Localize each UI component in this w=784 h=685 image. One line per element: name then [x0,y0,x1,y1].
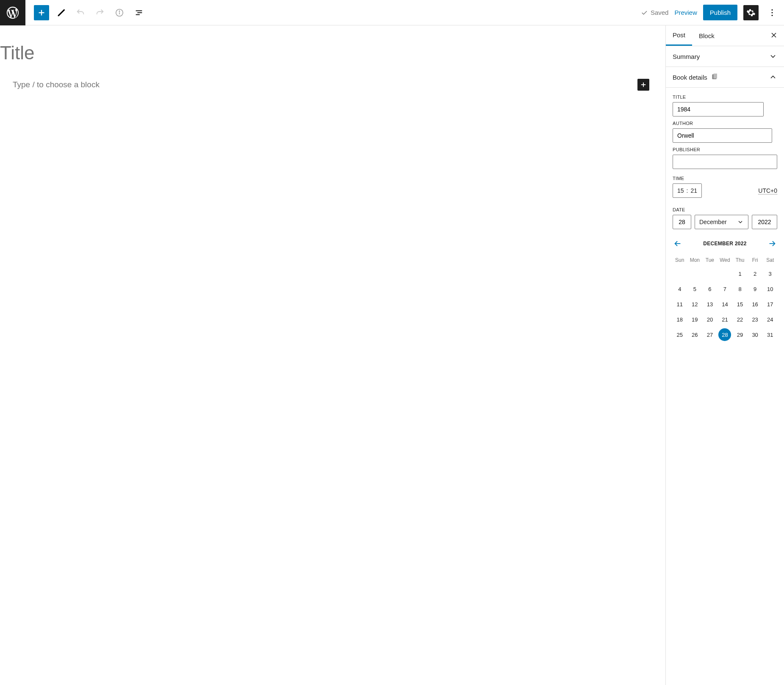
cal-day[interactable]: 8 [734,283,746,295]
time-input[interactable]: 15 : 21 [673,183,702,198]
date-month-select[interactable]: December [695,215,748,229]
svg-point-9 [772,12,773,13]
options-button[interactable] [765,5,780,20]
panel-book-details[interactable]: Book details [666,67,784,88]
panel-book-details-label: Book details [673,74,707,81]
cal-empty [704,267,716,280]
close-sidebar-button[interactable] [764,26,784,46]
time-field-label: TIME [673,176,777,181]
cal-day[interactable]: 4 [673,283,686,295]
panel-summary[interactable]: Summary [666,46,784,67]
cal-day-name: Sat [763,255,777,266]
cal-day[interactable]: 11 [673,298,686,311]
cal-day[interactable]: 2 [749,267,762,280]
arrow-right-icon [767,239,777,248]
time-minute: 21 [690,187,697,194]
cal-day[interactable]: 16 [749,298,762,311]
sidebar: Post Block Summary Book details TITLE [665,25,784,685]
cal-day[interactable]: 31 [764,328,776,341]
info-button[interactable] [112,5,127,20]
cal-day[interactable]: 24 [764,313,776,326]
list-icon [134,8,144,17]
cal-day[interactable]: 20 [704,313,716,326]
cal-day[interactable]: 19 [688,313,701,326]
panel-book-details-body: TITLE AUTHOR PUBLISHER TIME 15 : 21 UTC+… [666,88,784,347]
check-icon [640,9,648,17]
cal-day[interactable]: 13 [704,298,716,311]
preview-button[interactable]: Preview [674,9,697,16]
close-icon [770,31,778,39]
block-placeholder-row: Type / to choose a block [0,79,653,91]
settings-button[interactable] [743,5,759,20]
cal-day[interactable]: 17 [764,298,776,311]
title-field-label: TITLE [673,94,777,100]
cal-prev-button[interactable] [673,239,683,249]
wordpress-logo[interactable] [0,0,25,25]
title-field[interactable] [673,102,764,116]
cal-day[interactable]: 12 [688,298,701,311]
info-icon [115,8,124,17]
time-sep: : [687,187,688,194]
cal-day[interactable]: 7 [718,283,731,295]
toolbar-right: Saved Preview Publish [640,5,784,20]
wordpress-icon [6,6,20,20]
date-day-input[interactable] [673,215,691,229]
cal-day[interactable]: 14 [718,298,731,311]
cal-day[interactable]: 18 [673,313,686,326]
redo-button[interactable] [92,5,108,20]
date-month-value: December [699,219,727,225]
cal-day[interactable]: 3 [764,267,776,280]
svg-point-10 [772,14,773,16]
outline-button[interactable] [131,5,147,20]
calendar-grid: SunMonTueWedThuFriSat1234567891011121314… [673,255,777,342]
publish-button[interactable]: Publish [703,5,737,20]
cal-day-name: Tue [703,255,717,266]
author-field[interactable] [673,128,772,143]
svg-point-4 [119,11,119,11]
cal-day-name: Mon [688,255,702,266]
cal-day-name: Thu [733,255,747,266]
publisher-field-label: PUBLISHER [673,147,777,152]
cal-day[interactable]: 15 [734,298,746,311]
sidebar-tabs: Post Block [666,25,784,46]
cal-day[interactable]: 9 [749,283,762,295]
cal-day-name: Fri [748,255,762,266]
cal-day[interactable]: 28 [718,328,731,341]
cal-day[interactable]: 10 [764,283,776,295]
saved-label: Saved [651,9,669,16]
saved-indicator: Saved [640,9,669,17]
plus-icon [37,8,46,17]
cal-day[interactable]: 21 [718,313,731,326]
plus-icon [640,81,647,89]
tools-button[interactable] [53,5,69,20]
cal-day[interactable]: 23 [749,313,762,326]
cal-day[interactable]: 26 [688,328,701,341]
cal-day[interactable]: 29 [734,328,746,341]
date-year-input[interactable] [752,215,777,229]
cal-day[interactable]: 1 [734,267,746,280]
post-title-input[interactable] [0,42,653,64]
cal-day[interactable]: 27 [704,328,716,341]
tab-post[interactable]: Post [666,25,692,46]
timezone-label[interactable]: UTC+0 [758,187,777,194]
gear-icon [746,8,756,17]
book-icon [711,73,719,81]
cal-day[interactable]: 22 [734,313,746,326]
publisher-field[interactable] [673,155,777,169]
top-bar: Saved Preview Publish [0,0,784,25]
cal-next-button[interactable] [767,239,777,249]
editor-area: Type / to choose a block [0,25,665,685]
main: Type / to choose a block Post Block Summ… [0,25,784,685]
chevron-down-icon [737,219,744,225]
cal-day[interactable]: 6 [704,283,716,295]
add-block-inline-button[interactable] [637,79,649,91]
tab-block[interactable]: Block [692,26,721,45]
block-placeholder[interactable]: Type / to choose a block [13,80,637,89]
cal-day[interactable]: 5 [688,283,701,295]
undo-button[interactable] [73,5,88,20]
panel-summary-label: Summary [673,53,700,60]
add-block-button[interactable] [34,5,49,20]
cal-day[interactable]: 25 [673,328,686,341]
arrow-left-icon [673,239,682,248]
cal-day[interactable]: 30 [749,328,762,341]
